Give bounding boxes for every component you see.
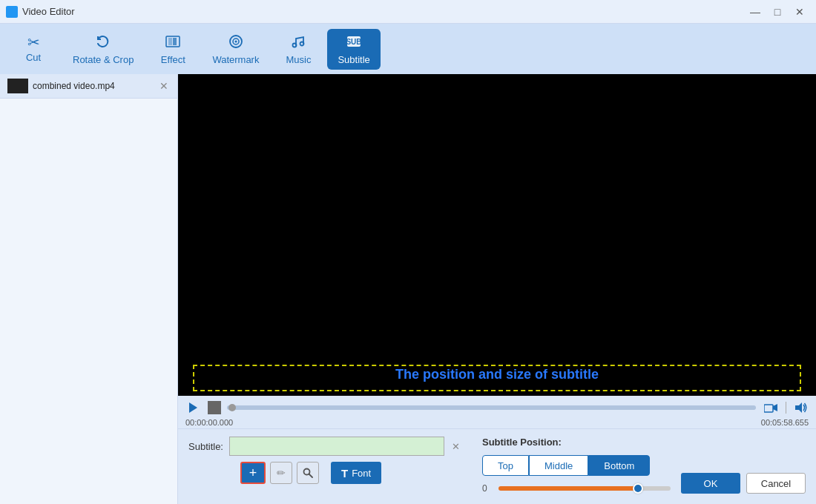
title-bar: Video Editor — □ ✕ bbox=[0, 0, 816, 24]
minimize-button[interactable]: — bbox=[745, 4, 766, 20]
watermark-icon bbox=[228, 33, 244, 52]
app-icon bbox=[6, 6, 18, 18]
app-title: Video Editor bbox=[22, 6, 75, 17]
seek-bar[interactable] bbox=[227, 405, 756, 410]
file-tab[interactable]: combined video.mp4 ✕ bbox=[0, 74, 177, 99]
subtitle-label-row: Subtitle: ✕ bbox=[188, 437, 460, 456]
svg-rect-2 bbox=[173, 38, 177, 45]
svg-marker-10 bbox=[189, 402, 197, 413]
divider bbox=[786, 402, 786, 414]
tab-watermark-label: Watermark bbox=[212, 54, 259, 65]
svg-text:SUB: SUB bbox=[346, 38, 362, 46]
slider-min-label: 0 bbox=[482, 483, 493, 494]
rotate-icon bbox=[95, 33, 111, 52]
volume-button[interactable] bbox=[792, 399, 810, 417]
tab-rotate-label: Rotate & Crop bbox=[73, 54, 134, 65]
file-thumbnail bbox=[7, 79, 28, 93]
subtitle-clear-button[interactable]: ✕ bbox=[452, 441, 460, 452]
slider-row: 0 681 bbox=[482, 483, 697, 494]
toolbar: ✂ Cut Rotate & Crop Effect bbox=[0, 24, 816, 74]
bottom-wrapper: Subtitle: ✕ + ✏ bbox=[178, 428, 816, 504]
font-button[interactable]: T Font bbox=[331, 462, 381, 484]
stop-button[interactable] bbox=[208, 401, 221, 414]
font-label: Font bbox=[352, 468, 371, 479]
file-close-button[interactable]: ✕ bbox=[158, 80, 170, 92]
ok-button[interactable]: OK bbox=[681, 473, 740, 494]
tab-subtitle[interactable]: SUB Subtitle bbox=[327, 29, 380, 70]
svg-point-5 bbox=[234, 40, 237, 42]
edit-subtitle-button[interactable]: ✏ bbox=[270, 462, 292, 484]
dialog-buttons: OK Cancel bbox=[681, 473, 806, 494]
subtitle-input-section: Subtitle: ✕ + ✏ bbox=[188, 437, 460, 484]
tab-watermark[interactable]: Watermark bbox=[202, 29, 269, 70]
tab-music-label: Music bbox=[286, 54, 311, 65]
position-middle-button[interactable]: Middle bbox=[529, 455, 588, 476]
video-area: The position and size of subtitle bbox=[178, 74, 816, 504]
tab-effect-label: Effect bbox=[161, 54, 185, 65]
subtitle-position-section: Subtitle Position: Top Middle Bottom 0 6… bbox=[482, 437, 697, 494]
svg-rect-1 bbox=[168, 38, 172, 45]
tab-effect[interactable]: Effect bbox=[147, 29, 199, 70]
cut-icon: ✂ bbox=[27, 35, 40, 50]
search-subtitle-button[interactable] bbox=[297, 462, 319, 484]
video-player: The position and size of subtitle bbox=[178, 74, 816, 396]
svg-point-7 bbox=[300, 42, 304, 45]
close-button[interactable]: ✕ bbox=[789, 4, 810, 20]
music-icon bbox=[290, 33, 306, 52]
restore-button[interactable]: □ bbox=[767, 4, 788, 20]
position-top-button[interactable]: Top bbox=[482, 455, 529, 476]
controls-bar: 00:00:00.000 00:05:58.655 bbox=[178, 396, 816, 428]
svg-point-6 bbox=[293, 43, 297, 47]
title-bar-controls: — □ ✕ bbox=[745, 4, 810, 20]
subtitle-actions: + ✏ T Font bbox=[240, 462, 460, 484]
file-name: combined video.mp4 bbox=[33, 81, 158, 91]
effect-icon bbox=[165, 33, 181, 52]
svg-line-15 bbox=[309, 474, 313, 478]
tab-subtitle-label: Subtitle bbox=[338, 54, 369, 65]
tab-music[interactable]: Music bbox=[272, 29, 324, 70]
subtitle-preview-text: The position and size of subtitle bbox=[178, 367, 816, 382]
total-duration: 00:05:58.655 bbox=[761, 418, 809, 427]
tab-cut[interactable]: ✂ Cut bbox=[7, 30, 59, 67]
position-title: Subtitle Position: bbox=[482, 437, 697, 448]
seek-thumb bbox=[228, 404, 236, 411]
font-t-icon: T bbox=[341, 467, 348, 480]
position-slider[interactable] bbox=[499, 486, 671, 491]
subtitle-icon: SUB bbox=[346, 33, 362, 52]
title-bar-left: Video Editor bbox=[6, 6, 75, 18]
main-content: combined video.mp4 ✕ The position and si… bbox=[0, 74, 816, 504]
position-bottom-button[interactable]: Bottom bbox=[588, 455, 650, 476]
position-buttons: Top Middle Bottom bbox=[482, 455, 697, 476]
play-button[interactable] bbox=[184, 399, 202, 417]
sidebar: combined video.mp4 ✕ bbox=[0, 74, 178, 504]
add-icon: + bbox=[249, 465, 257, 481]
add-subtitle-button[interactable]: + bbox=[240, 462, 266, 484]
camera-button[interactable] bbox=[762, 399, 780, 417]
edit-icon: ✏ bbox=[277, 467, 286, 479]
svg-marker-12 bbox=[773, 404, 777, 411]
svg-marker-13 bbox=[795, 402, 802, 413]
subtitle-label: Subtitle: bbox=[188, 441, 223, 452]
svg-rect-11 bbox=[764, 405, 773, 412]
time-row: 00:00:00.000 00:05:58.655 bbox=[184, 418, 810, 427]
playback-row bbox=[184, 399, 810, 417]
tab-rotate[interactable]: Rotate & Crop bbox=[62, 29, 144, 70]
search-icon bbox=[303, 468, 313, 478]
subtitle-input[interactable] bbox=[229, 437, 444, 456]
tab-cut-label: Cut bbox=[26, 52, 41, 63]
slider-thumb bbox=[633, 483, 643, 494]
cancel-button[interactable]: Cancel bbox=[746, 473, 806, 494]
sidebar-content bbox=[0, 99, 177, 504]
current-time: 00:00:00.000 bbox=[185, 418, 233, 427]
